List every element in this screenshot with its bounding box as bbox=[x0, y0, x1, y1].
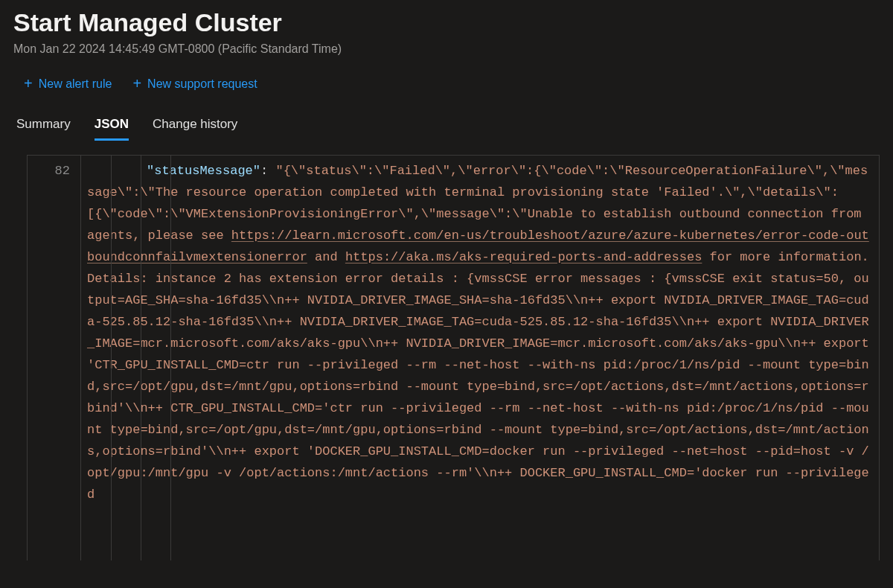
new-alert-rule-label: New alert rule bbox=[39, 77, 112, 91]
json-key: "statusMessage" bbox=[147, 164, 260, 178]
code-content: "statusMessage": "{\"status\":\"Failed\"… bbox=[81, 156, 879, 505]
tab-summary[interactable]: Summary bbox=[16, 112, 71, 141]
tab-bar: Summary JSON Change history bbox=[13, 112, 880, 141]
json-value-post: for more information. Details: instance … bbox=[87, 250, 877, 502]
new-support-request-label: New support request bbox=[147, 77, 257, 91]
doc-link-2[interactable]: https://aka.ms/aks-required-ports-and-ad… bbox=[345, 250, 702, 264]
page-timestamp: Mon Jan 22 2024 14:45:49 GMT-0800 (Pacif… bbox=[13, 42, 880, 56]
plus-icon: + bbox=[24, 76, 33, 91]
command-bar: + New alert rule + New support request bbox=[13, 77, 880, 92]
new-support-request-button[interactable]: + New support request bbox=[132, 77, 257, 92]
plus-icon: + bbox=[132, 76, 141, 91]
json-code-panel[interactable]: 82 "statusMessage": "{\"status\":\"Faile… bbox=[27, 155, 880, 560]
new-alert-rule-button[interactable]: + New alert rule bbox=[24, 77, 112, 92]
line-number: 82 bbox=[28, 160, 70, 182]
json-mid: and bbox=[307, 250, 345, 264]
page-title: Start Managed Cluster bbox=[13, 7, 880, 38]
tab-json[interactable]: JSON bbox=[95, 112, 129, 141]
line-number-gutter: 82 bbox=[28, 156, 81, 560]
tab-change-history[interactable]: Change history bbox=[153, 112, 237, 141]
